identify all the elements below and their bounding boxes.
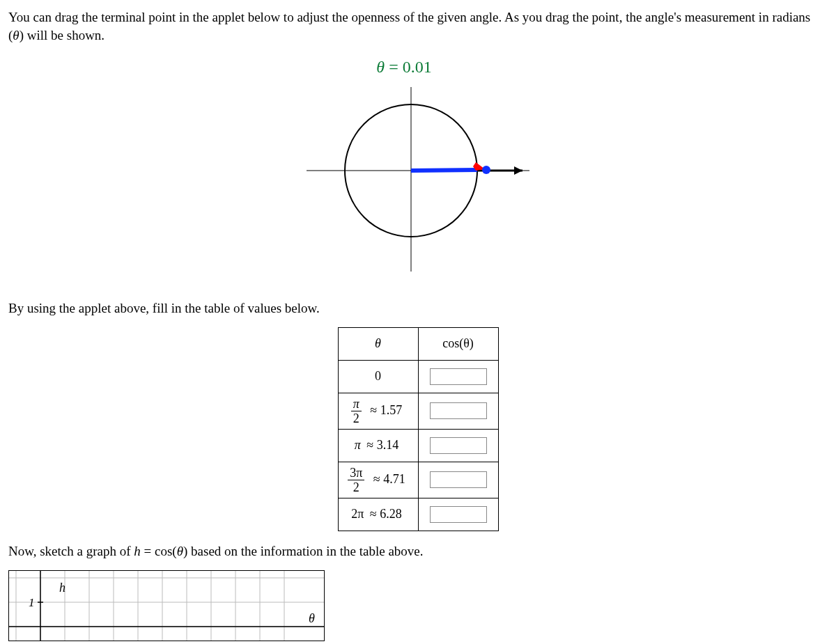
- approx-text: ≈ 4.71: [371, 472, 408, 486]
- cos-cell-3: [418, 462, 498, 498]
- frac-num: π: [351, 398, 362, 411]
- theta-readout-eq: =: [385, 58, 403, 76]
- frac-den: 2: [351, 411, 362, 425]
- unit-circle-svg[interactable]: [293, 84, 543, 278]
- table-row: 2π ≈ 6.28: [338, 498, 498, 531]
- cos-input-3[interactable]: [430, 471, 487, 488]
- graph-prompt-b: ) based on the information in the table …: [183, 544, 424, 558]
- theta-readout: θ = 0.01: [376, 58, 431, 77]
- table-row: 0: [338, 360, 498, 393]
- pi-symbol: π: [355, 438, 361, 452]
- sketch-label-theta: θ: [309, 611, 315, 625]
- theta-cell-2: π ≈ 3.14: [338, 429, 418, 462]
- initial-ray-arrowhead: [514, 166, 522, 175]
- col-header-cos-text: cos(θ): [442, 336, 474, 350]
- graph-prompt-theta: θ: [177, 544, 183, 558]
- theta-readout-value: 0.01: [403, 58, 432, 76]
- table-prompt: By using the applet above, fill in the t…: [8, 299, 828, 317]
- sketch-grid-svg[interactable]: h 1 θ: [9, 571, 324, 641]
- col-header-cos: cos(θ): [418, 327, 498, 360]
- theta-cell-4: 2π ≈ 6.28: [338, 498, 418, 531]
- pi-over-2-fraction: π 2: [351, 398, 362, 425]
- theta-cell-3: 3π 2 ≈ 4.71: [338, 462, 418, 498]
- cos-cell-0: [418, 360, 498, 393]
- intro-theta: θ: [13, 28, 19, 42]
- graph-prompt: Now, sketch a graph of h = cos(θ) based …: [8, 542, 828, 560]
- cos-input-0[interactable]: [430, 368, 487, 385]
- graph-prompt-a: Now, sketch a graph of: [8, 544, 134, 558]
- intro-text-a: You can drag the terminal point in the a…: [8, 10, 810, 42]
- grid-lines: [9, 571, 324, 641]
- cos-input-2[interactable]: [430, 437, 487, 454]
- theta-cell-1: π 2 ≈ 1.57: [338, 393, 418, 429]
- sketch-graph-area[interactable]: h 1 θ: [8, 570, 325, 641]
- theta-0-text: 0: [375, 369, 381, 383]
- frac-num-text: 3π: [350, 466, 362, 480]
- sketch-label-1: 1: [29, 596, 35, 609]
- 3pi-over-2-fraction: 3π 2: [348, 466, 364, 494]
- table-row: 3π 2 ≈ 4.71: [338, 462, 498, 498]
- table-row: π ≈ 3.14: [338, 429, 498, 462]
- cos-input-4[interactable]: [430, 506, 487, 523]
- cos-cell-2: [418, 429, 498, 462]
- terminal-ray[interactable]: [411, 170, 477, 171]
- col-header-theta-text: θ: [375, 336, 381, 350]
- theta-cell-0: 0: [338, 360, 418, 393]
- frac-num: 3π: [348, 466, 364, 480]
- cos-input-1[interactable]: [430, 402, 487, 419]
- frac-den: 2: [348, 480, 364, 494]
- angle-applet[interactable]: θ = 0.01: [8, 58, 828, 278]
- graph-prompt-eq: = cos(: [141, 544, 177, 558]
- sketch-label-h: h: [59, 581, 65, 595]
- theta-readout-symbol: θ: [376, 58, 385, 76]
- approx-text: ≈ 1.57: [367, 403, 405, 417]
- intro-paragraph: You can drag the terminal point in the a…: [8, 8, 828, 44]
- values-table: θ cos(θ) 0 π 2 ≈ 1.57 π ≈ 3.14 3π 2 ≈ 4.…: [338, 327, 499, 531]
- 2pi-text: 2π: [351, 507, 364, 521]
- 2pi-symbol: 2π: [351, 507, 364, 521]
- col-header-theta: θ: [338, 327, 418, 360]
- table-row: π 2 ≈ 1.57: [338, 393, 498, 429]
- graph-prompt-h: h: [134, 544, 141, 558]
- terminal-point-handle[interactable]: [482, 166, 490, 174]
- table-header-row: θ cos(θ): [338, 327, 498, 360]
- cos-cell-1: [418, 393, 498, 429]
- approx-text: ≈ 6.28: [367, 507, 405, 521]
- cos-cell-4: [418, 498, 498, 531]
- approx-text: ≈ 3.14: [364, 438, 401, 452]
- intro-text-b: ) will be shown.: [20, 28, 104, 42]
